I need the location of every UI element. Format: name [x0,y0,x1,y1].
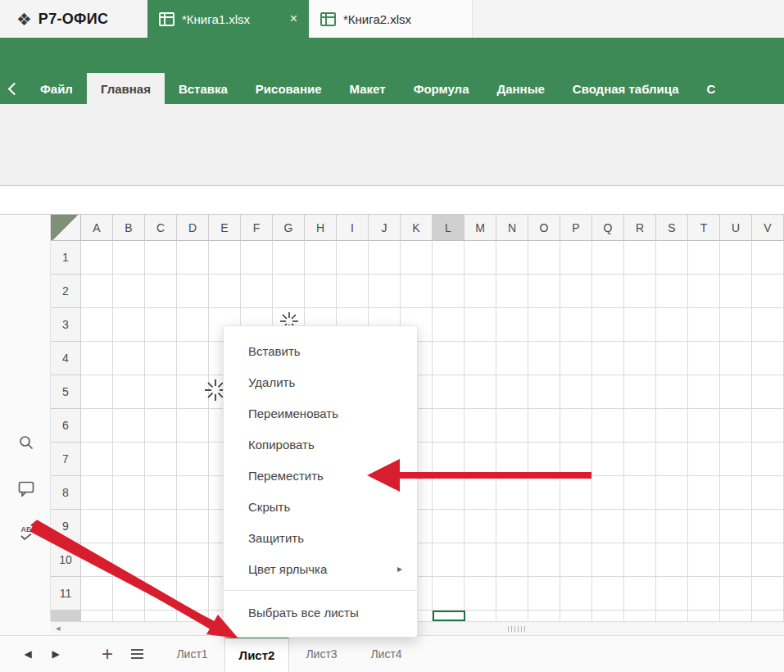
ribbon-tab-bar: ФайлГлавнаяВставкаРисованиеМакетФормулаД… [0,73,784,104]
sheet-tab-Лист1[interactable]: Лист1 [160,636,224,672]
ribbon-toolbar: Calibri ˅ 16 ˅ А ▲ А ▼ Aa ˅ [0,104,784,186]
row-header-11[interactable]: 11 [51,577,81,611]
row-header-5[interactable]: 5 [51,375,81,409]
row-header-1[interactable]: 1 [51,241,81,275]
menu-item[interactable]: Переименовать [224,397,417,429]
column-header-J[interactable]: J [369,215,401,241]
row-headers: 1234567891011 [51,241,81,621]
sheet-list-button[interactable] [126,636,147,672]
prev-icon: ◀ [24,648,31,660]
row-header-10[interactable]: 10 [51,543,81,577]
spellcheck-label: АБ [21,526,32,534]
menu-item-label: Цвет ярлычка [248,562,327,576]
search-icon[interactable] [16,433,36,452]
top-toolbar: ↶ ↷ Автосохранение Книга1.xlsx [0,38,784,73]
column-header-M[interactable]: M [465,215,496,241]
column-header-U[interactable]: U [720,215,752,241]
column-header-G[interactable]: G [273,215,305,241]
ribbon-tab-Формула[interactable]: Формула [400,73,483,104]
list-icon [131,649,143,659]
ribbon-tab-Данные[interactable]: Данные [483,73,558,104]
row-header-3[interactable]: 3 [51,308,81,342]
ribbon-tab-Вставка[interactable]: Вставка [165,73,242,104]
sheet-tab-Лист4[interactable]: Лист4 [354,636,419,672]
column-header-I[interactable]: I [337,215,369,241]
menu-item-label: Выбрать все листы [248,606,359,620]
submenu-arrow-icon: ▸ [397,563,402,574]
scrollbar-corner [0,621,51,635]
ribbon-tab-Макет[interactable]: Макет [336,73,400,104]
menu-item[interactable]: Выбрать все листы [224,597,417,628]
document-tab-label: *Книга1.xlsx [182,12,250,26]
menu-item[interactable]: Копировать [224,429,417,460]
column-header-P[interactable]: P [560,215,592,241]
scroll-left-icon[interactable]: ◂ [56,623,61,633]
row-header-4[interactable]: 4 [51,342,81,375]
menu-item-label: Скрыть [248,500,290,514]
row-header-9[interactable]: 9 [51,510,81,543]
spellcheck-icon[interactable]: АБ [16,523,36,543]
sheet-tab-Лист2[interactable]: Лист2 [224,636,289,672]
row-header-7[interactable]: 7 [51,443,81,476]
column-header-L[interactable]: L [433,215,465,241]
comments-icon[interactable] [16,479,36,498]
row-header-6[interactable]: 6 [51,409,81,443]
ribbon-tab-Файл[interactable]: Файл [26,73,87,104]
menu-item-label: Удалить [248,375,295,389]
column-header-A[interactable]: A [81,215,113,241]
scrollbar-grip[interactable] [508,626,525,632]
column-header-B[interactable]: B [113,215,145,241]
column-header-N[interactable]: N [496,215,528,241]
left-panel: АБ [0,215,51,621]
column-header-V[interactable]: V [752,215,784,241]
row-header-12[interactable] [51,611,81,621]
column-header-C[interactable]: C [145,215,177,241]
document-tab-2[interactable]: *Книга2.xlsx [309,0,473,38]
column-header-R[interactable]: R [624,215,656,241]
column-header-O[interactable]: O [528,215,560,241]
document-tab-bar: ❖ Р7-ОФИС *Книга1.xlsx×*Книга2.xlsx [0,0,784,38]
menu-item[interactable]: Вставить [224,335,417,366]
sheet-context-menu: ВставитьУдалитьПереименоватьКопироватьПе… [223,325,418,638]
app-logo-text: Р7-ОФИС [39,11,108,28]
column-header-H[interactable]: H [305,215,337,241]
column-header-S[interactable]: S [656,215,688,241]
menu-item-label: Копировать [248,438,315,452]
prev-sheet-button[interactable]: ◀ [20,636,36,672]
column-header-D[interactable]: D [177,215,209,241]
menu-item[interactable]: Удалить [224,366,417,397]
ribbon-tab-Главная[interactable]: Главная [87,73,165,104]
column-header-Q[interactable]: Q [592,215,624,241]
sheet-tab-bar: ◀ ▶ + Лист1Лист2Лист3Лист4 [0,635,784,672]
document-tab-label: *Книга2.xlsx [343,12,411,26]
column-header-F[interactable]: F [241,215,273,241]
spreadsheet-file-icon [159,12,174,26]
menu-item-label: Переместить [248,469,324,483]
ribbon-tab-С[interactable]: С [693,73,730,104]
cells-area[interactable] [81,241,784,621]
menu-item[interactable]: Переместить [224,460,417,491]
ribbon-tab-Сводная таблица[interactable]: Сводная таблица [559,73,693,104]
menu-item-label: Вставить [248,344,301,358]
r7-logo-icon: ❖ [16,11,32,28]
row-header-8[interactable]: 8 [51,476,81,510]
spreadsheet-app: ❖ Р7-ОФИС *Книга1.xlsx×*Книга2.xlsx ↶ ↷ … [0,0,784,672]
next-sheet-button[interactable]: ▶ [48,636,64,672]
menu-item[interactable]: Цвет ярлычка▸ [224,553,417,584]
menu-item-label: Защитить [248,531,304,545]
row-header-2[interactable]: 2 [51,275,81,308]
select-all-corner[interactable] [51,215,81,241]
selected-cell[interactable] [433,611,465,621]
column-header-E[interactable]: E [209,215,241,241]
document-tab-1[interactable]: *Книга1.xlsx× [147,0,309,38]
menu-item[interactable]: Защитить [224,522,417,553]
column-header-T[interactable]: T [688,215,720,241]
add-sheet-button[interactable]: + [97,636,118,672]
sheet-tab-Лист3[interactable]: Лист3 [289,636,354,672]
menu-separator [224,590,417,591]
column-header-K[interactable]: K [401,215,433,241]
menu-item[interactable]: Скрыть [224,491,417,522]
close-tab-icon[interactable]: × [290,11,297,26]
ribbon-tab-Рисование[interactable]: Рисование [242,73,336,104]
app-logo[interactable]: ❖ Р7-ОФИС [16,0,108,38]
